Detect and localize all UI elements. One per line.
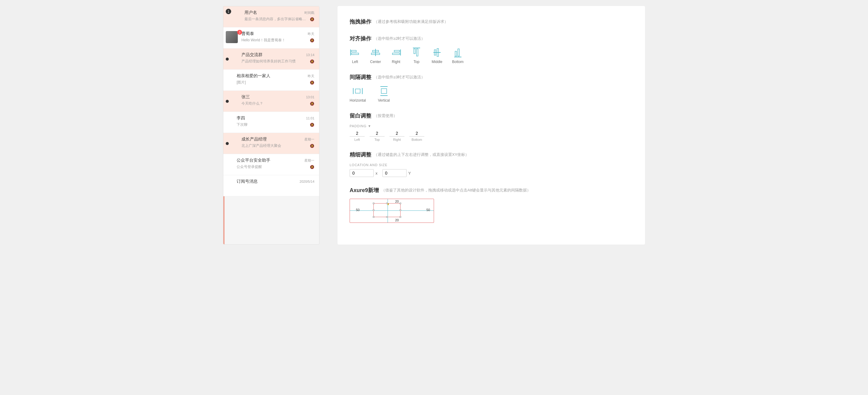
unread-dot <box>226 58 229 61</box>
mute-icon: 🔕 <box>310 81 314 85</box>
padding-top-input[interactable] <box>370 130 384 136</box>
chat-item[interactable]: 3 曹蜀泰 昨天 Hello World！我是曹蜀泰！ 🔕 <box>223 27 319 49</box>
settings-panel: 拖拽操作 （通过参考线和吸附功能来满足排版诉求） 对齐操作 （选中组件≥2时才可… <box>338 6 645 245</box>
y-axis-label: Y <box>408 171 411 176</box>
drag-section: 拖拽操作 （通过参考线和吸附功能来满足排版诉求） <box>350 18 633 25</box>
padding-bottom-input[interactable] <box>409 130 424 136</box>
svg-rect-9 <box>413 48 420 48</box>
location-controls: LOCATION AND SIZE x Y <box>350 163 633 177</box>
badge-number: 1 <box>226 9 231 14</box>
svg-rect-16 <box>455 51 457 56</box>
align-middle-label: Middle <box>432 60 442 64</box>
align-middle-button[interactable]: Middle <box>432 47 442 64</box>
align-title: 对齐操作 （选中组件≥2时才可以激活） <box>350 35 633 42</box>
axure-title: Axure9新增 （借鉴了其他的设计软件，拖拽或移动或选中点击Alt键会显示与其… <box>350 187 633 194</box>
chat-name: 成长产品经理 <box>241 136 267 142</box>
handle <box>400 216 401 218</box>
distribute-horizontal-button[interactable]: Horizontal <box>350 86 366 102</box>
align-center-button[interactable]: Center <box>370 47 381 64</box>
svg-rect-21 <box>380 86 388 87</box>
chat-time: 昨天 <box>308 74 314 79</box>
handle <box>400 210 401 211</box>
svg-rect-20 <box>355 89 360 93</box>
svg-rect-8 <box>393 53 400 55</box>
unread-dot <box>226 142 229 145</box>
align-center-icon <box>370 47 381 58</box>
chat-name: 订阅号消息 <box>237 179 258 184</box>
chat-item[interactable]: 订阅号消息 2020/5/14 <box>223 175 319 196</box>
axure-num-left: 50 <box>356 208 360 212</box>
chat-time: 13:01 <box>306 95 314 99</box>
chat-name: 公众平台安全助手 <box>237 158 270 163</box>
align-right-label: Right <box>392 60 400 64</box>
chat-preview-text: [图片] <box>237 80 309 85</box>
chat-item[interactable]: 1 用户名 时间戳 最后一条消息内容，多出字体以省略号代替… 🔕 <box>223 6 319 27</box>
avatar <box>226 31 238 43</box>
chat-time: 星期一 <box>304 158 314 163</box>
svg-rect-6 <box>400 50 401 56</box>
chat-time: 2020/5/14 <box>300 180 314 183</box>
align-top-label: Top <box>413 60 419 64</box>
chat-time: 昨天 <box>308 32 314 36</box>
chat-preview-text: 产品经理如何培养良好的工作习惯 <box>241 59 309 64</box>
padding-top-group: Top <box>370 130 384 142</box>
chat-item[interactable]: 产品交流群 13:14 产品经理如何培养良好的工作习惯 🔕 <box>223 49 319 70</box>
align-right-icon <box>391 47 401 58</box>
svg-rect-19 <box>362 88 363 94</box>
unread-dot <box>226 100 229 103</box>
chat-item[interactable]: 相亲相爱的一家人 昨天 [图片] 🔕 <box>223 70 319 91</box>
chat-time: 星期一 <box>304 137 314 142</box>
distribute-horizontal-label: Horizontal <box>350 98 366 102</box>
svg-rect-15 <box>454 57 461 57</box>
svg-rect-10 <box>414 49 415 54</box>
align-bottom-label: Bottom <box>452 60 464 64</box>
mute-icon: 🔕 <box>310 165 314 169</box>
chat-preview-text: 今天吃什么？ <box>241 101 309 106</box>
padding-left-input[interactable] <box>350 130 365 136</box>
axure-diagram: ▼ 20 20 50 50 <box>350 199 434 223</box>
location-x-input[interactable] <box>350 169 374 177</box>
padding-title: 留白调整 （按需使用） <box>350 112 633 119</box>
location-label: LOCATION AND SIZE <box>350 163 633 167</box>
svg-rect-17 <box>458 49 459 56</box>
chat-item[interactable]: 张三 13:01 今天吃什么？ 🔕 <box>223 91 319 112</box>
distribute-vertical-button[interactable]: Vertical <box>378 86 390 102</box>
svg-rect-11 <box>416 49 418 56</box>
align-left-button[interactable]: Left <box>350 47 361 64</box>
distribute-vertical-icon <box>378 86 390 96</box>
spacing-icons-row: Horizontal Vertical <box>350 86 633 102</box>
chat-preview-text: 最后一条消息内容，多出字体以省略号代替… <box>244 17 309 22</box>
padding-left-label: Left <box>354 138 360 142</box>
padding-inputs-row: Left Top Right Bottom <box>350 130 633 142</box>
align-top-button[interactable]: Top <box>411 47 422 64</box>
page-container: 1 用户名 时间戳 最后一条消息内容，多出字体以省略号代替… 🔕 3 曹蜀泰 昨… <box>223 6 645 245</box>
padding-controls: PADDING ▼ Left Top Right <box>350 124 633 142</box>
svg-rect-0 <box>350 50 351 56</box>
align-top-icon <box>411 47 422 58</box>
padding-right-input[interactable] <box>390 130 404 136</box>
chat-preview-text: 下次聊 <box>237 122 309 127</box>
handle <box>373 203 374 204</box>
align-middle-icon <box>432 47 442 58</box>
mute-icon: 🔕 <box>310 38 314 42</box>
chat-name: 曹蜀泰 <box>241 31 254 36</box>
chat-item[interactable]: 成长产品经理 星期一 北上广深产品经理大聚会 🔕 <box>223 133 319 154</box>
spacing-section: 间隔调整 （选中组件≥3时才可以激活） Horizontal <box>350 73 633 102</box>
location-y-input[interactable] <box>382 169 407 177</box>
chat-item[interactable]: 公众平台安全助手 星期一 公众号登录提醒 🔕 <box>223 154 319 175</box>
svg-rect-7 <box>394 50 400 52</box>
align-bottom-button[interactable]: Bottom <box>452 47 464 64</box>
align-right-button[interactable]: Right <box>391 47 401 64</box>
distribute-horizontal-icon <box>352 86 363 96</box>
spacing-title: 间隔调整 （选中组件≥3时才可以激活） <box>350 73 633 81</box>
align-icons-row: Left Center <box>350 47 633 64</box>
chat-preview-text: 公众号登录提醒 <box>237 164 309 170</box>
axure-num-bottom: 20 <box>395 218 399 222</box>
padding-bottom-label: Bottom <box>412 138 422 142</box>
chat-item[interactable]: 李四 11:01 下次聊 🔕 <box>223 112 319 133</box>
chat-time: 13:14 <box>306 53 314 57</box>
padding-bottom-group: Bottom <box>409 130 424 142</box>
svg-rect-23 <box>381 89 387 93</box>
padding-right-group: Right <box>390 130 404 142</box>
padding-section: 留白调整 （按需使用） PADDING ▼ Left Top <box>350 112 633 142</box>
